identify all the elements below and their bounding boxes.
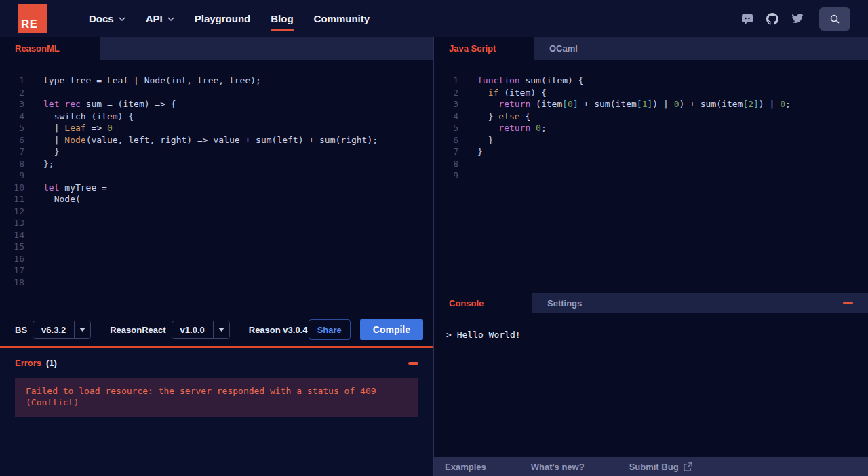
line-number: 18 (0, 277, 24, 289)
reasonreact-version-dropdown[interactable]: v1.0.0 (172, 321, 230, 339)
code-line: 9 (0, 170, 433, 182)
line-content: Node( (43, 193, 81, 205)
line-number: 11 (0, 193, 24, 205)
line-number: 9 (434, 170, 458, 182)
line-number: 2 (434, 87, 458, 99)
code-line: 7 } (0, 146, 433, 158)
main-split: ReasonML 1type tree = Leaf | Node(int, t… (0, 37, 868, 476)
chevron-down-icon (74, 321, 90, 338)
tab-settings[interactable]: Settings (532, 293, 597, 313)
line-content: } (477, 134, 493, 146)
line-number: 8 (0, 158, 24, 170)
line-content: }; (43, 158, 54, 170)
collapse-console-icon[interactable] (843, 302, 853, 304)
line-number: 8 (434, 158, 458, 170)
reason-pane: ReasonML 1type tree = Leaf | Node(int, t… (0, 37, 434, 476)
line-content: } else { (477, 111, 530, 123)
code-line: 4 } else { (434, 111, 868, 123)
tab-console[interactable]: Console (434, 293, 532, 313)
line-number: 5 (0, 122, 24, 134)
line-content: let rec sum = (item) => { (43, 98, 176, 111)
line-number: 17 (0, 264, 24, 277)
output-pane: Java Script OCaml 1function sum(item) {2… (434, 37, 868, 476)
console-output: > Hello World! (434, 313, 868, 457)
footer-link-whatsnew[interactable]: What's new? (531, 462, 585, 472)
line-number: 16 (0, 253, 24, 265)
footer-link-submitbug[interactable]: Submit Bug (629, 462, 692, 472)
code-line: 7} (434, 146, 868, 158)
nav-link-api[interactable]: API (146, 13, 174, 24)
code-line: 3 return (item[0] + sum(item[1]) | 0) + … (434, 98, 868, 111)
code-line: 2 (0, 87, 433, 99)
external-link-icon (684, 462, 692, 471)
nav-link-label: Community (314, 13, 370, 24)
line-content: | Leaf => 0 (43, 122, 113, 134)
search-icon (829, 14, 840, 24)
nav-link-label: Blog (271, 13, 293, 24)
reason-editor[interactable]: 1type tree = Leaf | Node(int, tree, tree… (0, 60, 433, 313)
tab-reasonml[interactable]: ReasonML (0, 37, 100, 60)
line-number: 4 (0, 111, 24, 123)
logo[interactable]: RE (18, 4, 47, 33)
code-line: 1function sum(item) { (434, 75, 868, 87)
code-line: 6 } (434, 134, 868, 146)
line-content: let myTree = (43, 182, 107, 194)
line-number: 13 (0, 217, 24, 229)
code-line: 8}; (0, 158, 433, 170)
javascript-editor[interactable]: 1function sum(item) {2 if (item) {3 retu… (434, 60, 868, 293)
errors-count-badge: (1) (46, 358, 57, 368)
reasonreact-label: ReasonReact (110, 325, 165, 335)
twitter-icon[interactable] (791, 14, 804, 24)
discord-icon[interactable] (741, 14, 753, 24)
main-nav: DocsAPIPlaygroundBlogCommunity (89, 13, 370, 24)
footer-link-label: What's new? (531, 462, 585, 472)
nav-link-label: Playground (195, 13, 251, 24)
tab-javascript[interactable]: Java Script (434, 37, 534, 60)
console-footer: ExamplesWhat's new?Submit Bug (434, 457, 868, 476)
line-number: 5 (434, 122, 458, 134)
github-icon[interactable] (766, 13, 778, 25)
code-line: 18 (0, 277, 433, 289)
nav-link-blog[interactable]: Blog (271, 13, 293, 24)
code-line: 11 Node( (0, 193, 433, 205)
footer-link-examples[interactable]: Examples (445, 462, 486, 472)
line-content: switch (item) { (43, 111, 134, 123)
line-number: 15 (0, 241, 24, 253)
errors-title: Errors (15, 358, 41, 368)
line-content: } (43, 146, 59, 158)
code-line: 2 if (item) { (434, 87, 868, 99)
line-number: 2 (0, 87, 24, 99)
chevron-down-icon (167, 17, 174, 21)
line-number: 4 (434, 111, 458, 123)
footer-link-label: Submit Bug (629, 462, 679, 472)
search-button[interactable] (819, 7, 850, 31)
nav-link-label: API (146, 13, 163, 24)
code-line: 14 (0, 229, 433, 241)
code-line: 8 (434, 158, 868, 170)
code-line: 5 | Leaf => 0 (0, 122, 433, 134)
reasonreact-version-value: v1.0.0 (172, 321, 213, 338)
code-line: 10let myTree = (0, 182, 433, 194)
nav-link-community[interactable]: Community (314, 13, 370, 24)
compile-button[interactable]: Compile (360, 319, 423, 340)
line-content: function sum(item) { (477, 75, 584, 87)
code-line: 4 switch (item) { (0, 111, 433, 123)
collapse-errors-icon[interactable] (408, 362, 418, 365)
tab-ocaml[interactable]: OCaml (534, 37, 593, 60)
nav-link-docs[interactable]: Docs (89, 13, 125, 24)
reason-version-label: Reason v3.0.4 (249, 325, 308, 335)
code-line: 16 (0, 253, 433, 265)
line-number: 3 (434, 98, 458, 111)
console-tabbar: Console Settings (434, 293, 868, 313)
chevron-down-icon (119, 17, 125, 21)
footer-link-label: Examples (445, 462, 486, 472)
nav-link-playground[interactable]: Playground (195, 13, 251, 24)
line-number: 1 (0, 75, 24, 87)
share-button[interactable]: Share (309, 319, 351, 340)
line-content: | Node(value, left, right) => value + su… (43, 134, 378, 146)
line-number: 14 (0, 229, 24, 241)
bs-version-dropdown[interactable]: v6.3.2 (33, 321, 91, 339)
left-tabbar: ReasonML (0, 37, 433, 60)
line-content: type tree = Leaf | Node(int, tree, tree)… (43, 75, 261, 87)
navbar-right (741, 7, 850, 31)
